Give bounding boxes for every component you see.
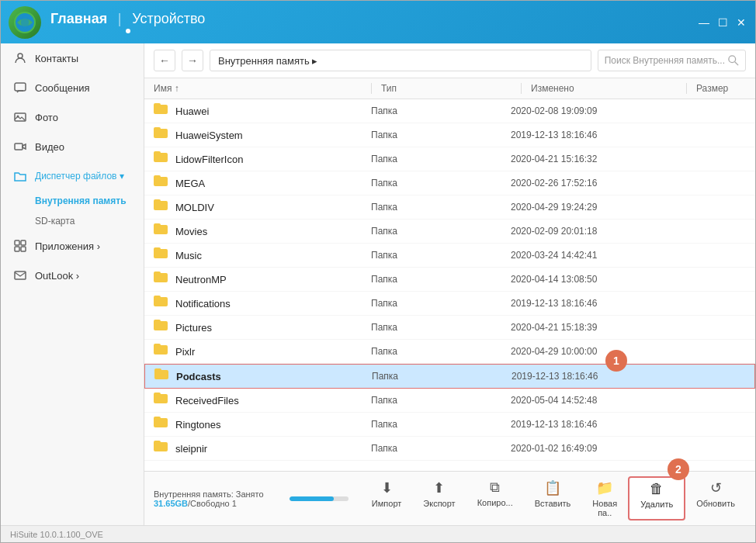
svg-line-13 <box>735 62 738 65</box>
folder-icon-4 <box>154 199 169 215</box>
col-header-modified[interactable]: Изменено <box>531 83 686 94</box>
table-row[interactable]: LidowFilterIcon Папка 2020-04-21 15:16:3… <box>144 147 755 171</box>
file-modified-2: 2020-04-21 15:16:32 <box>511 154 666 164</box>
file-name-1: HuaweiSystem <box>175 130 371 141</box>
file-type-11: Папка <box>372 371 512 382</box>
export-button[interactable]: ⬆Экспорт <box>412 476 466 521</box>
folder-icon-0 <box>154 103 169 119</box>
table-row[interactable]: Pictures Папка 2020-04-21 15:18:39 <box>144 316 755 340</box>
copy-label: Копиро... <box>477 498 513 507</box>
newfolder-label: Новая па.. <box>592 499 617 517</box>
refresh-icon: ↺ <box>710 479 722 496</box>
sidebar-item-contacts-label: Контакты <box>35 53 78 64</box>
file-type-10: Папка <box>371 346 511 357</box>
close-button[interactable]: ✕ <box>735 16 747 29</box>
export-icon: ⬆ <box>433 479 445 496</box>
maximize-button[interactable]: ☐ <box>716 16 729 29</box>
folder-icon-3 <box>154 175 169 191</box>
app-title: Главная | Устройство <box>50 11 205 33</box>
file-modified-3: 2020-02-26 17:52:16 <box>511 178 666 188</box>
table-row[interactable]: Pixlr Папка 2020-04-29 10:00:00 <box>144 340 755 364</box>
step-badge-1: 1 <box>605 350 627 372</box>
file-area: ← → Внутренняя память ▸ Поиск Внутренняя… <box>144 43 755 525</box>
sidebar-item-messages[interactable]: Сообщения <box>1 73 144 102</box>
file-type-5: Папка <box>371 226 511 237</box>
paste-button[interactable]: 📋Вставить <box>524 476 582 521</box>
table-row[interactable]: HuaweiSystem Папка 2019-12-13 18:16:46 <box>144 123 755 147</box>
delete-button[interactable]: 🗑Удалить <box>628 476 685 521</box>
svg-rect-8 <box>21 240 26 245</box>
sidebar-item-video-label: Видео <box>35 141 64 153</box>
refresh-button[interactable]: ↺Обновить <box>685 476 746 521</box>
sidebar-item-video[interactable]: Видео <box>1 132 144 161</box>
sidebar-item-photos[interactable]: Фото <box>1 102 144 132</box>
table-row[interactable]: Movies Папка 2020-02-09 20:01:18 <box>144 220 755 244</box>
table-row[interactable]: MOLDIV Папка 2020-04-29 19:24:29 <box>144 195 755 220</box>
file-modified-4: 2020-04-29 19:24:29 <box>511 202 666 213</box>
sidebar-item-outlook-label: OutLook › <box>35 270 79 282</box>
app-logo <box>9 6 41 39</box>
search-bar[interactable]: Поиск Внутренняя память... <box>598 50 746 71</box>
folder-icon-7 <box>154 272 169 287</box>
file-modified-13: 2019-12-13 18:16:46 <box>511 419 666 430</box>
window-controls: — ☐ ✕ <box>698 16 747 29</box>
svg-point-12 <box>729 56 736 63</box>
paste-icon: 📋 <box>544 479 561 496</box>
table-row[interactable]: Notifications Папка 2019-12-13 18:16:46 <box>144 292 755 316</box>
sidebar-submenu: Внутренняя память SD-карта <box>1 191 144 231</box>
table-row[interactable]: ReceivedFiles Папка 2020-05-04 14:52:48 <box>144 389 755 413</box>
delete-label: Удалить <box>640 500 673 509</box>
table-row[interactable]: MEGA Папка 2020-02-26 17:52:16 <box>144 171 755 195</box>
file-type-6: Папка <box>371 250 511 261</box>
import-button[interactable]: ⬇Импорт <box>361 476 412 521</box>
bottom-bar: Внутренняя память: Занято 31.65GB/Свобод… <box>144 471 755 525</box>
export-label: Экспорт <box>423 499 455 508</box>
table-row[interactable]: Huawei Папка 2020-02-08 19:09:09 <box>144 99 755 123</box>
file-type-14: Папка <box>371 443 511 454</box>
storage-bar <box>290 496 349 501</box>
app-window: Главная | Устройство — ☐ ✕ Контакты <box>0 0 756 543</box>
action-buttons: ⬇Импорт⬆Экспорт⧉Копиро...📋Вставить📁Новая… <box>361 476 746 521</box>
sidebar-item-contacts[interactable]: Контакты <box>1 43 144 73</box>
minimize-button[interactable]: — <box>698 16 710 29</box>
file-list: Huawei Папка 2020-02-08 19:09:09 HuaweiS… <box>144 99 755 471</box>
file-type-13: Папка <box>371 419 511 430</box>
newfolder-button[interactable]: 📁Новая па.. <box>581 476 628 521</box>
sidebar-item-filemanager-label: Диспетчер файлов ▾ <box>35 171 124 182</box>
folder-icon-6 <box>154 247 169 263</box>
file-name-5: Movies <box>175 226 371 237</box>
file-name-14: sleipnir <box>175 443 371 455</box>
forward-button[interactable]: → <box>182 50 203 71</box>
svg-rect-9 <box>15 247 19 251</box>
sidebar-item-outlook[interactable]: OutLook › <box>1 261 144 290</box>
search-placeholder-text: Поиск Внутренняя память... <box>605 55 725 66</box>
file-type-4: Папка <box>371 202 511 213</box>
paste-label: Вставить <box>535 499 571 508</box>
sidebar-item-filemanager[interactable]: Диспетчер файлов ▾ <box>1 161 144 191</box>
file-type-9: Папка <box>371 322 511 333</box>
storage-bar-fill <box>290 496 334 501</box>
table-row[interactable]: NeutronMP Папка 2020-04-14 13:08:50 <box>144 268 755 292</box>
file-name-4: MOLDIV <box>175 202 371 213</box>
path-bar[interactable]: Внутренняя память ▸ <box>210 50 591 71</box>
folder-icon-12 <box>154 393 169 408</box>
copy-button[interactable]: ⧉Копиро... <box>466 476 524 521</box>
sidebar-item-apps[interactable]: Приложения › <box>1 231 144 261</box>
back-button[interactable]: ← <box>154 50 175 71</box>
svg-rect-7 <box>15 240 19 245</box>
table-row[interactable]: Music Папка 2020-03-24 14:42:41 <box>144 244 755 268</box>
file-type-3: Папка <box>371 178 511 188</box>
col-header-name[interactable]: Имя ↑ <box>154 83 371 94</box>
sidebar-sub-sdcard[interactable]: SD-карта <box>35 211 144 231</box>
table-row[interactable]: Ringtones Папка 2019-12-13 18:16:46 <box>144 413 755 437</box>
col-header-type[interactable]: Тип <box>381 83 521 94</box>
table-row[interactable]: sleipnir Папка 2020-01-02 16:49:09 <box>144 437 755 461</box>
file-type-1: Папка <box>371 130 511 140</box>
file-type-0: Папка <box>371 105 511 116</box>
sidebar-sub-internal[interactable]: Внутренняя память <box>35 191 144 211</box>
table-row[interactable]: Podcasts Папка 2019-12-13 18:16:46 <box>144 364 755 389</box>
status-bar: HiSuite 10.0.1.100_OVE <box>1 525 755 542</box>
file-name-11: Podcasts <box>176 371 372 382</box>
search-icon <box>728 55 739 66</box>
col-header-size[interactable]: Размер <box>696 83 746 94</box>
